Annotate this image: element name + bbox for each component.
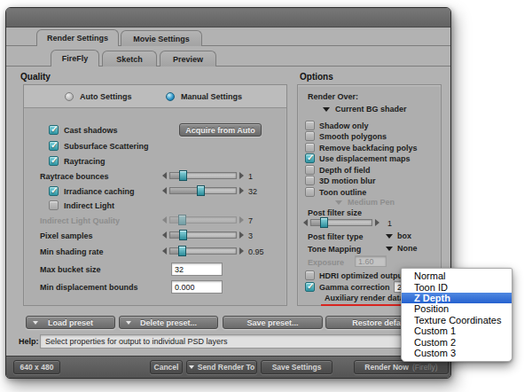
remove-backfacing-checkbox[interactable] — [305, 143, 315, 153]
depth-of-field-label: Depth of field — [319, 166, 371, 175]
slider-dec-arrow[interactable] — [162, 247, 167, 255]
post-filter-size-slider[interactable] — [303, 219, 379, 226]
render-over-dropdown[interactable]: Current BG shader — [323, 105, 407, 114]
indirect-light-checkbox[interactable] — [49, 200, 59, 210]
window-titlebar[interactable] — [6, 8, 450, 27]
tab-movie-settings[interactable]: Movie Settings — [121, 30, 202, 46]
delete-preset-label: Delete preset... — [140, 318, 197, 327]
max-bucket-size-label: Max bucket size — [40, 265, 101, 274]
auto-settings-radio[interactable]: Auto Settings — [65, 92, 132, 101]
slider-dec-arrow[interactable] — [162, 231, 167, 239]
min-displacement-input[interactable] — [171, 280, 223, 294]
delete-preset-button[interactable]: Delete preset... — [119, 316, 218, 329]
smooth-polygons-checkbox[interactable] — [305, 131, 315, 141]
raytrace-bounces-row: Raytrace bounces 1 — [24, 169, 286, 184]
slider-thumb[interactable] — [179, 230, 187, 240]
exposure-input — [355, 255, 387, 267]
tone-mapping-dropdown[interactable]: None — [386, 244, 418, 253]
tab-firefly[interactable]: FireFly — [51, 50, 99, 67]
shadow-only-checkbox[interactable] — [305, 121, 315, 130]
slider-thumb[interactable] — [197, 185, 205, 196]
acquire-from-auto-button[interactable]: Acquire from Auto — [179, 123, 262, 137]
render-now-button[interactable]: Render Now (Firefly) — [354, 360, 449, 374]
tab-movie-settings-label: Movie Settings — [133, 35, 190, 43]
render-over-label: Render Over: — [308, 92, 358, 101]
tab-render-settings[interactable]: Render Settings — [36, 29, 119, 46]
motion-blur-label: 3D motion blur — [319, 176, 376, 185]
menu-item-normal[interactable]: Normal — [402, 270, 512, 281]
depth-of-field-checkbox[interactable] — [305, 165, 315, 175]
slider-inc-arrow[interactable] — [239, 187, 244, 194]
irradiance-caching-label: Irradiance caching — [64, 187, 135, 196]
subsurface-checkbox[interactable] — [49, 141, 59, 151]
use-displacement-checkbox[interactable] — [305, 153, 315, 163]
slider-track — [169, 216, 237, 223]
slider-track[interactable] — [169, 231, 237, 239]
slider-thumb[interactable] — [320, 217, 328, 228]
slider-dec-arrow[interactable] — [303, 219, 308, 226]
slider-dec-arrow[interactable] — [162, 172, 167, 179]
post-filter-type-dropdown[interactable]: box — [386, 231, 411, 240]
slider-inc-arrow[interactable] — [239, 172, 244, 179]
auxiliary-render-data-menu: Normal Toon ID Z Depth Position Texture … — [401, 268, 512, 362]
chevron-down-icon — [335, 200, 342, 205]
raytracing-checkbox[interactable] — [49, 156, 59, 166]
cast-shadows-checkbox[interactable] — [49, 125, 59, 135]
manual-settings-radio[interactable]: Manual Settings — [166, 92, 242, 101]
cancel-button[interactable]: Cancel — [150, 360, 183, 374]
menu-item-toon-id[interactable]: Toon ID — [402, 281, 512, 292]
max-bucket-size-input[interactable] — [171, 263, 223, 276]
pixel-samples-label: Pixel samples — [40, 231, 93, 240]
tab-firefly-label: FireFly — [62, 54, 89, 63]
min-shading-rate-slider[interactable] — [162, 247, 244, 255]
gamma-checkbox[interactable] — [305, 282, 315, 292]
resolution-label: 640 x 480 — [20, 363, 54, 372]
chevron-down-icon — [323, 107, 330, 112]
slider-dec-arrow[interactable] — [162, 187, 167, 194]
raytrace-bounces-slider[interactable] — [162, 172, 244, 179]
toon-outline-label: Toon outline — [319, 188, 366, 197]
exposure-row: Exposure — [298, 255, 441, 269]
min-shading-rate-value: 0.95 — [248, 247, 264, 256]
menu-item-z-depth[interactable]: Z Depth — [402, 293, 512, 303]
slider-track[interactable] — [169, 247, 237, 255]
min-shading-rate-label: Min shading rate — [40, 247, 104, 256]
cast-shadows-label: Cast shadows — [64, 126, 118, 135]
save-settings-button[interactable]: Save Settings — [261, 360, 332, 374]
tab-sketch[interactable]: Sketch — [102, 51, 157, 67]
irradiance-caching-slider[interactable] — [162, 187, 244, 194]
menu-item-texture-coordinates[interactable]: Texture Coordinates — [402, 315, 512, 325]
pixel-samples-slider[interactable] — [162, 231, 244, 239]
menu-item-custom-3[interactable]: Custom 3 — [402, 348, 512, 358]
slider-thumb[interactable] — [178, 246, 186, 256]
slider-inc-arrow[interactable] — [239, 231, 244, 239]
send-render-to-button[interactable]: Send Render To — [186, 360, 257, 374]
slider-track[interactable] — [310, 219, 372, 226]
post-filter-type-row: Post filter type box — [298, 231, 441, 243]
cancel-label: Cancel — [154, 363, 179, 372]
slider-inc-arrow[interactable] — [239, 247, 244, 255]
hdri-checkbox[interactable] — [305, 270, 315, 280]
menu-item-custom-2[interactable]: Custom 2 — [402, 336, 512, 347]
slider-thumb[interactable] — [179, 170, 187, 181]
post-filter-size-label: Post filter size — [308, 208, 362, 217]
menu-item-custom-1[interactable]: Custom 1 — [402, 325, 512, 336]
toon-outline-checkbox[interactable] — [305, 187, 315, 197]
aux-render-data-label: Auxiliary render data — [325, 294, 404, 302]
slider-track[interactable] — [169, 172, 237, 179]
irradiance-caching-checkbox[interactable] — [49, 186, 59, 196]
save-preset-button[interactable]: Save preset... — [223, 316, 323, 329]
motion-blur-checkbox[interactable] — [305, 176, 315, 185]
slider-inc-arrow[interactable] — [375, 219, 379, 226]
toon-pen-value: Medium Pen — [348, 198, 395, 207]
tone-mapping-value: None — [397, 244, 418, 253]
smooth-polygons-label: Smooth polygons — [319, 132, 387, 141]
help-label: Help: — [19, 337, 39, 346]
resolution-button[interactable]: 640 x 480 — [13, 360, 60, 374]
load-preset-button[interactable]: Load preset — [26, 316, 115, 329]
auto-settings-radio-circle[interactable] — [65, 92, 74, 101]
manual-settings-radio-circle[interactable] — [166, 92, 175, 101]
tab-preview[interactable]: Preview — [160, 51, 216, 67]
menu-item-position[interactable]: Position — [402, 303, 512, 314]
slider-track[interactable] — [169, 187, 237, 194]
